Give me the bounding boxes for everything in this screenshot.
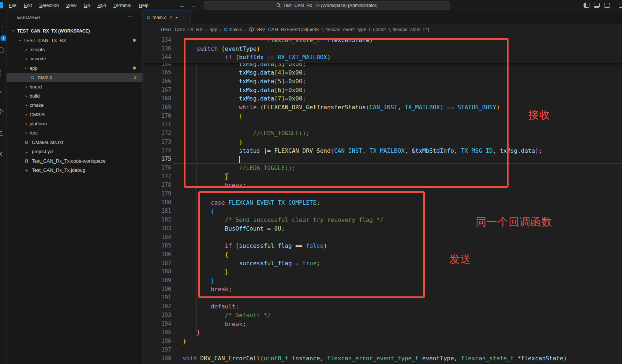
line-content: //LED6_TOGGLE();: [183, 164, 295, 172]
code-line-194[interactable]: 194 break;: [143, 320, 622, 329]
menu-run[interactable]: Run: [94, 2, 110, 9]
nav-back-icon[interactable]: ←: [179, 0, 185, 11]
folder-item-app[interactable]: ›app: [7, 64, 142, 73]
chevron-right-icon[interactable]: ›: [24, 84, 29, 89]
chevron-right-icon[interactable]: ›: [24, 56, 29, 61]
folder-item-test-can-tx-rx[interactable]: ›TEST_CAN_TX_RX: [7, 35, 142, 45]
line-number: 189: [143, 276, 171, 285]
code-line-181[interactable]: 181 {: [143, 207, 622, 216]
notebook-icon[interactable]: [0, 130, 5, 137]
chevron-right-icon[interactable]: ›: [24, 130, 29, 135]
menu-selection[interactable]: Selection: [35, 2, 62, 9]
code-line-134[interactable]: 134 flexcan_state_t *flexcanState): [143, 36, 622, 45]
toggle-secondary-sidebar-icon[interactable]: [604, 3, 610, 8]
tools-icon[interactable]: [0, 151, 5, 158]
code-line-175[interactable]: 175: [143, 155, 622, 164]
chevron-right-icon[interactable]: ›: [24, 94, 29, 98]
code-line-168[interactable]: 168 txMsg.data[7]=0x00;: [143, 94, 622, 103]
tab-dirty-icon[interactable]: ●: [176, 16, 177, 19]
folder-item-build[interactable]: ›build: [7, 91, 142, 101]
code-line-176[interactable]: 176 //LED6_TOGGLE();: [143, 164, 622, 172]
code-editor[interactable]: 164 txMsg.data[3]=0x00;165 txMsg.data[4]…: [143, 35, 622, 364]
folder-item-rtos[interactable]: ›rtos: [7, 128, 142, 137]
breadcrumb-item[interactable]: TEST_CAN_TX_RX: [160, 27, 203, 32]
chevron-down-icon[interactable]: ›: [24, 66, 29, 71]
code-line-177[interactable]: 177 }: [143, 172, 622, 181]
source-control-icon[interactable]: [0, 70, 5, 77]
code-line-172[interactable]: 172 //LED5_TOGGLE();: [143, 129, 622, 138]
code-line-193[interactable]: 193 /* Default */: [143, 311, 622, 320]
toggle-primary-sidebar-icon[interactable]: [584, 3, 589, 8]
code-line-189[interactable]: 189 }: [143, 276, 622, 285]
file-item-test-can-rx-tx-code-workspace[interactable]: {}Test_CAN_Rx_Tx.code-workspace: [7, 156, 142, 165]
search-icon[interactable]: [0, 47, 5, 54]
line-number: 180: [143, 198, 171, 207]
chevron-right-icon[interactable]: ›: [24, 47, 29, 52]
code-line-197[interactable]: 197: [143, 346, 622, 354]
folder-item-board[interactable]: ›board: [7, 82, 142, 91]
breadcrumb-item[interactable]: Cmain.c: [224, 27, 242, 32]
more-actions-icon[interactable]: ⋯: [127, 14, 133, 20]
command-center-search[interactable]: Test_CAN_Rx_Tx (Workspace) [Administrato…: [204, 1, 450, 10]
code-line-186[interactable]: 186 {: [143, 250, 622, 259]
breadcrumb-item[interactable]: app: [209, 27, 217, 32]
folder-item--vscode[interactable]: ›.vscode: [7, 54, 142, 63]
file-item-test-can-rx-tx-jdebug[interactable]: ≡Test_CAN_Rx_Tx.jdebug: [7, 166, 142, 175]
tab-main-c[interactable]: C main.c 2 ●: [143, 11, 191, 24]
line-content: if (successful_flag == false): [183, 242, 327, 250]
folder-item-platform[interactable]: ›platform: [7, 119, 142, 128]
code-line-187[interactable]: 187 successful_flag = true;: [143, 259, 622, 268]
code-line-191[interactable]: 191: [143, 293, 622, 302]
menu-edit[interactable]: Edit: [20, 2, 35, 9]
file-item-main-c[interactable]: Cmain.c2: [7, 73, 142, 82]
code-line-165[interactable]: 165 txMsg.data[4]=0x00;: [143, 68, 622, 77]
toggle-panel-icon[interactable]: [594, 3, 600, 8]
code-line-190[interactable]: 190 break;: [143, 285, 622, 294]
menu-view[interactable]: View: [63, 2, 80, 9]
explorer-icon[interactable]: [0, 27, 5, 34]
folder-item--scripts[interactable]: ›.scripts: [7, 45, 142, 54]
folder-item-test-can-rx-tx-workspace-[interactable]: ›TEST_CAN_RX_TX (WORKSPACE): [7, 26, 142, 35]
line-content: }: [183, 276, 214, 285]
code-line-184[interactable]: 184: [143, 233, 622, 242]
chevron-right-icon[interactable]: ›: [24, 121, 29, 126]
menu-help[interactable]: Help: [135, 2, 152, 9]
code-line-178[interactable]: 178 break;: [143, 181, 622, 190]
run-debug-icon[interactable]: ▷: [0, 88, 5, 95]
chevron-down-icon[interactable]: ›: [11, 29, 16, 33]
customize-layout-icon[interactable]: [619, 3, 622, 8]
vscode-logo-icon: [0, 2, 3, 8]
chevron-right-icon[interactable]: ›: [24, 112, 29, 117]
line-number: 166: [143, 77, 171, 86]
menu-go[interactable]: Go: [80, 2, 94, 9]
code-line-174[interactable]: 174 status |= FLEXCAN_DRV_Send(CAN_INST,…: [143, 147, 622, 155]
extensions-icon[interactable]: [0, 109, 5, 116]
folder-item-cmsis[interactable]: ›CMSIS: [7, 110, 142, 119]
nav-forward-icon[interactable]: →: [191, 0, 196, 11]
code-line-188[interactable]: 188 }: [143, 268, 622, 276]
code-line-198[interactable]: 198void DRV_CAN_ErrorCall(uint8_t instan…: [143, 354, 622, 363]
explorer-header: EXPLORER: [17, 15, 40, 19]
code-line-192[interactable]: 192 default:: [143, 302, 622, 311]
sticky-scroll[interactable]: 134 flexcan_state_t *flexcanState)136 sw…: [143, 35, 622, 63]
code-line-173[interactable]: 173 }: [143, 138, 622, 147]
file-item-cmakelists-txt[interactable]: MCMakeLists.txt: [7, 138, 142, 147]
code-line-196[interactable]: 196}: [143, 337, 622, 346]
chevron-right-icon[interactable]: ›: [24, 103, 29, 107]
code-line-180[interactable]: 180 case FLEXCAN_EVENT_TX_COMPLETE:: [143, 198, 622, 207]
code-line-144[interactable]: 144 if (buffIdx == RX_EXT_MAILBOX): [143, 53, 622, 62]
code-line-179[interactable]: 179: [143, 190, 622, 198]
folder-item-cmake[interactable]: ›cmake: [7, 101, 142, 110]
code-line-136[interactable]: 136 switch (eventType): [143, 45, 622, 53]
line-content: successful_flag = true;: [183, 259, 320, 268]
menu-file[interactable]: File: [5, 2, 20, 9]
code-line-185[interactable]: 185 if (successful_flag == false): [143, 242, 622, 250]
code-line-195[interactable]: 195 }: [143, 328, 622, 337]
chevron-down-icon[interactable]: ›: [18, 38, 22, 43]
code-line-166[interactable]: 166 txMsg.data[5]=0x00;: [143, 77, 622, 86]
file-item-project-yct[interactable]: ≡project.yct: [7, 147, 142, 156]
line-content: BusOffCount = 0U;: [183, 224, 285, 233]
menu-terminal[interactable]: Terminal: [110, 2, 135, 9]
breadcrumb-item[interactable]: DRV_CAN_RxEventCall(uint8_t, flexcan_eve…: [249, 27, 429, 32]
code-line-167[interactable]: 167 txMsg.data[6]=0x00;: [143, 86, 622, 95]
